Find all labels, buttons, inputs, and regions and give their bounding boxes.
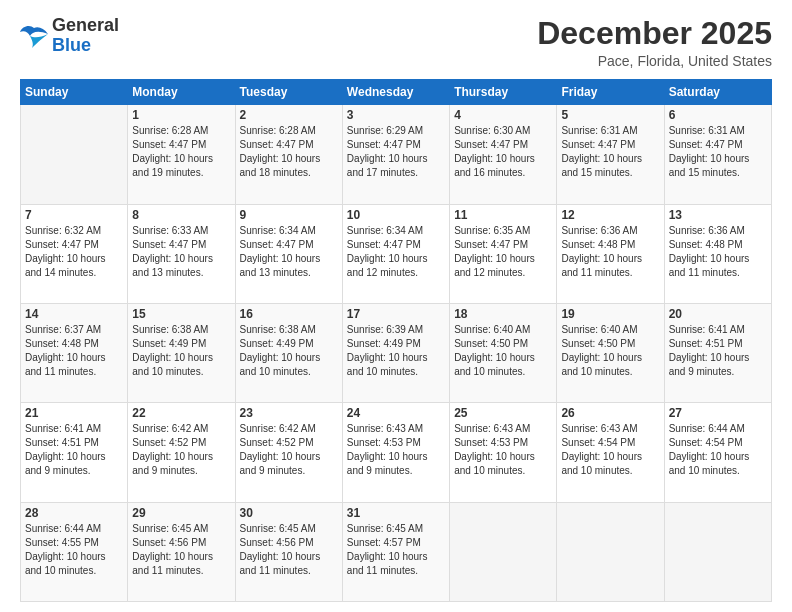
- day-info: Sunrise: 6:30 AM Sunset: 4:47 PM Dayligh…: [454, 124, 552, 180]
- weekday-header-monday: Monday: [128, 80, 235, 105]
- day-number: 30: [240, 506, 338, 520]
- calendar-cell: 1Sunrise: 6:28 AM Sunset: 4:47 PM Daylig…: [128, 105, 235, 204]
- day-info: Sunrise: 6:35 AM Sunset: 4:47 PM Dayligh…: [454, 224, 552, 280]
- calendar-cell: 5Sunrise: 6:31 AM Sunset: 4:47 PM Daylig…: [557, 105, 664, 204]
- calendar-cell: 6Sunrise: 6:31 AM Sunset: 4:47 PM Daylig…: [664, 105, 771, 204]
- calendar-cell: 29Sunrise: 6:45 AM Sunset: 4:56 PM Dayli…: [128, 502, 235, 601]
- day-number: 4: [454, 108, 552, 122]
- weekday-header-sunday: Sunday: [21, 80, 128, 105]
- calendar-cell: 24Sunrise: 6:43 AM Sunset: 4:53 PM Dayli…: [342, 403, 449, 502]
- calendar-cell: 7Sunrise: 6:32 AM Sunset: 4:47 PM Daylig…: [21, 204, 128, 303]
- calendar-cell: [664, 502, 771, 601]
- calendar-cell: 11Sunrise: 6:35 AM Sunset: 4:47 PM Dayli…: [450, 204, 557, 303]
- calendar-cell: [557, 502, 664, 601]
- day-number: 2: [240, 108, 338, 122]
- day-number: 16: [240, 307, 338, 321]
- day-number: 15: [132, 307, 230, 321]
- calendar-cell: 8Sunrise: 6:33 AM Sunset: 4:47 PM Daylig…: [128, 204, 235, 303]
- day-info: Sunrise: 6:36 AM Sunset: 4:48 PM Dayligh…: [561, 224, 659, 280]
- calendar-table: SundayMondayTuesdayWednesdayThursdayFrid…: [20, 79, 772, 602]
- subtitle: Pace, Florida, United States: [537, 53, 772, 69]
- day-number: 25: [454, 406, 552, 420]
- calendar-cell: [21, 105, 128, 204]
- calendar-cell: 26Sunrise: 6:43 AM Sunset: 4:54 PM Dayli…: [557, 403, 664, 502]
- day-info: Sunrise: 6:44 AM Sunset: 4:54 PM Dayligh…: [669, 422, 767, 478]
- day-info: Sunrise: 6:40 AM Sunset: 4:50 PM Dayligh…: [454, 323, 552, 379]
- title-block: December 2025 Pace, Florida, United Stat…: [537, 16, 772, 69]
- day-info: Sunrise: 6:41 AM Sunset: 4:51 PM Dayligh…: [669, 323, 767, 379]
- day-info: Sunrise: 6:28 AM Sunset: 4:47 PM Dayligh…: [132, 124, 230, 180]
- day-number: 24: [347, 406, 445, 420]
- day-number: 12: [561, 208, 659, 222]
- logo: General Blue: [20, 16, 119, 56]
- calendar-cell: 23Sunrise: 6:42 AM Sunset: 4:52 PM Dayli…: [235, 403, 342, 502]
- day-info: Sunrise: 6:37 AM Sunset: 4:48 PM Dayligh…: [25, 323, 123, 379]
- calendar-week-row: 21Sunrise: 6:41 AM Sunset: 4:51 PM Dayli…: [21, 403, 772, 502]
- day-info: Sunrise: 6:42 AM Sunset: 4:52 PM Dayligh…: [132, 422, 230, 478]
- calendar-cell: 27Sunrise: 6:44 AM Sunset: 4:54 PM Dayli…: [664, 403, 771, 502]
- calendar-cell: [450, 502, 557, 601]
- day-info: Sunrise: 6:38 AM Sunset: 4:49 PM Dayligh…: [132, 323, 230, 379]
- day-info: Sunrise: 6:43 AM Sunset: 4:53 PM Dayligh…: [347, 422, 445, 478]
- day-number: 21: [25, 406, 123, 420]
- calendar-cell: 22Sunrise: 6:42 AM Sunset: 4:52 PM Dayli…: [128, 403, 235, 502]
- weekday-header-thursday: Thursday: [450, 80, 557, 105]
- day-info: Sunrise: 6:45 AM Sunset: 4:56 PM Dayligh…: [132, 522, 230, 578]
- day-info: Sunrise: 6:43 AM Sunset: 4:53 PM Dayligh…: [454, 422, 552, 478]
- day-number: 19: [561, 307, 659, 321]
- calendar-cell: 9Sunrise: 6:34 AM Sunset: 4:47 PM Daylig…: [235, 204, 342, 303]
- calendar-cell: 14Sunrise: 6:37 AM Sunset: 4:48 PM Dayli…: [21, 303, 128, 402]
- day-number: 10: [347, 208, 445, 222]
- day-info: Sunrise: 6:42 AM Sunset: 4:52 PM Dayligh…: [240, 422, 338, 478]
- main-title: December 2025: [537, 16, 772, 51]
- day-info: Sunrise: 6:31 AM Sunset: 4:47 PM Dayligh…: [669, 124, 767, 180]
- day-info: Sunrise: 6:45 AM Sunset: 4:57 PM Dayligh…: [347, 522, 445, 578]
- day-number: 26: [561, 406, 659, 420]
- day-number: 20: [669, 307, 767, 321]
- day-info: Sunrise: 6:38 AM Sunset: 4:49 PM Dayligh…: [240, 323, 338, 379]
- logo-bird-icon: [20, 24, 48, 48]
- day-number: 29: [132, 506, 230, 520]
- day-number: 13: [669, 208, 767, 222]
- weekday-header-tuesday: Tuesday: [235, 80, 342, 105]
- logo-text-blue: Blue: [52, 36, 119, 56]
- calendar-cell: 25Sunrise: 6:43 AM Sunset: 4:53 PM Dayli…: [450, 403, 557, 502]
- weekday-header-row: SundayMondayTuesdayWednesdayThursdayFrid…: [21, 80, 772, 105]
- calendar-cell: 2Sunrise: 6:28 AM Sunset: 4:47 PM Daylig…: [235, 105, 342, 204]
- calendar-cell: 20Sunrise: 6:41 AM Sunset: 4:51 PM Dayli…: [664, 303, 771, 402]
- day-number: 23: [240, 406, 338, 420]
- day-info: Sunrise: 6:31 AM Sunset: 4:47 PM Dayligh…: [561, 124, 659, 180]
- day-number: 17: [347, 307, 445, 321]
- calendar-cell: 3Sunrise: 6:29 AM Sunset: 4:47 PM Daylig…: [342, 105, 449, 204]
- calendar-cell: 21Sunrise: 6:41 AM Sunset: 4:51 PM Dayli…: [21, 403, 128, 502]
- day-number: 8: [132, 208, 230, 222]
- calendar-cell: 31Sunrise: 6:45 AM Sunset: 4:57 PM Dayli…: [342, 502, 449, 601]
- day-info: Sunrise: 6:44 AM Sunset: 4:55 PM Dayligh…: [25, 522, 123, 578]
- calendar-cell: 18Sunrise: 6:40 AM Sunset: 4:50 PM Dayli…: [450, 303, 557, 402]
- calendar-week-row: 14Sunrise: 6:37 AM Sunset: 4:48 PM Dayli…: [21, 303, 772, 402]
- day-number: 11: [454, 208, 552, 222]
- calendar-cell: 28Sunrise: 6:44 AM Sunset: 4:55 PM Dayli…: [21, 502, 128, 601]
- day-info: Sunrise: 6:39 AM Sunset: 4:49 PM Dayligh…: [347, 323, 445, 379]
- calendar-cell: 19Sunrise: 6:40 AM Sunset: 4:50 PM Dayli…: [557, 303, 664, 402]
- logo-text-general: General: [52, 16, 119, 36]
- day-info: Sunrise: 6:41 AM Sunset: 4:51 PM Dayligh…: [25, 422, 123, 478]
- weekday-header-wednesday: Wednesday: [342, 80, 449, 105]
- day-number: 28: [25, 506, 123, 520]
- calendar-week-row: 7Sunrise: 6:32 AM Sunset: 4:47 PM Daylig…: [21, 204, 772, 303]
- calendar-cell: 16Sunrise: 6:38 AM Sunset: 4:49 PM Dayli…: [235, 303, 342, 402]
- calendar-cell: 12Sunrise: 6:36 AM Sunset: 4:48 PM Dayli…: [557, 204, 664, 303]
- day-number: 18: [454, 307, 552, 321]
- day-number: 5: [561, 108, 659, 122]
- day-number: 27: [669, 406, 767, 420]
- day-number: 3: [347, 108, 445, 122]
- day-info: Sunrise: 6:40 AM Sunset: 4:50 PM Dayligh…: [561, 323, 659, 379]
- calendar-cell: 17Sunrise: 6:39 AM Sunset: 4:49 PM Dayli…: [342, 303, 449, 402]
- calendar-cell: 15Sunrise: 6:38 AM Sunset: 4:49 PM Dayli…: [128, 303, 235, 402]
- day-number: 22: [132, 406, 230, 420]
- page: General Blue December 2025 Pace, Florida…: [0, 0, 792, 612]
- day-info: Sunrise: 6:36 AM Sunset: 4:48 PM Dayligh…: [669, 224, 767, 280]
- calendar-cell: 10Sunrise: 6:34 AM Sunset: 4:47 PM Dayli…: [342, 204, 449, 303]
- day-number: 9: [240, 208, 338, 222]
- day-info: Sunrise: 6:45 AM Sunset: 4:56 PM Dayligh…: [240, 522, 338, 578]
